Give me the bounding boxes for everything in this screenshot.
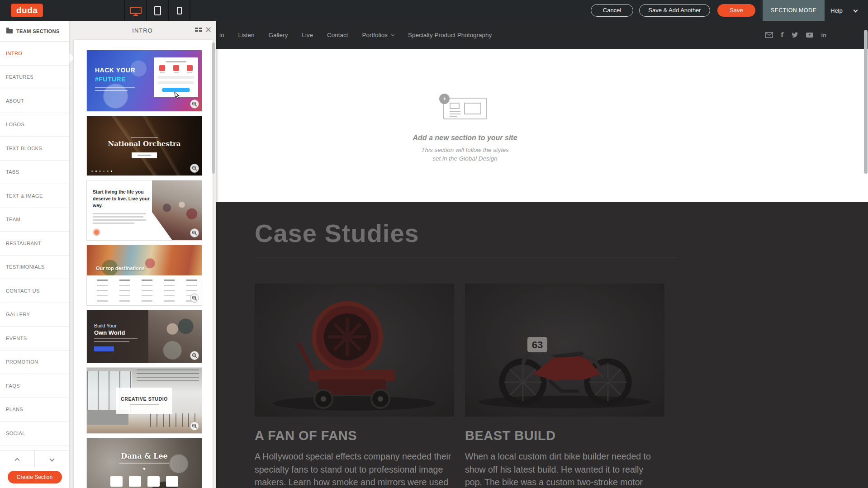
nav-item[interactable]: Contact [327,32,348,38]
zoom-preview-icon[interactable] [190,351,199,360]
zoom-preview-icon[interactable] [190,228,199,237]
sidebar-item-tabs[interactable]: TABS [0,161,69,185]
empty-section-area: + Add a new section to your site This se… [216,49,868,202]
zoom-preview-icon[interactable] [190,294,199,303]
thumb-title: National Orchestra [87,140,202,148]
layout-grid-icon[interactable] [195,27,202,33]
sidebar-item-team[interactable]: TEAM [0,208,69,232]
section-template-thumbnail[interactable]: HACK YOUR #FUTURE [86,50,202,112]
folder-icon [6,29,13,33]
section-template-thumbnail[interactable]: Our top destinations [86,245,202,306]
add-section-prompt[interactable]: + Add a new section to your site This se… [393,98,537,163]
chevron-down-icon [49,456,54,461]
sidebar-item-text-image[interactable]: TEXT & IMAGE [0,184,69,208]
mini-button [94,346,114,351]
nav-item[interactable]: Specialty Product Photography [408,32,492,38]
desktop-preview-button[interactable] [124,0,146,21]
case-study-card: 63 BEAST BUILD When a local custom dirt … [465,284,664,488]
heart-icon: ♥ [143,466,146,471]
section-template-thumbnail[interactable]: CREATIVE STUDIO [86,367,202,434]
linkedin-icon[interactable]: in [821,32,826,38]
thumb-title: Start living the life you deserve to liv… [93,189,152,209]
desktop-icon [130,7,142,14]
intro-templates-panel: INTRO ✕ HACK YOUR #FUTURE [69,21,216,488]
zoom-preview-icon[interactable] [190,422,199,431]
sections-sidebar: TEAM SECTIONS INTROFEATURESABOUTLOGOSTEX… [0,21,69,488]
sidebar-item-events[interactable]: EVENTS [0,327,69,351]
countdown-boxes [110,476,178,487]
sidebar-item-social[interactable]: SOCIAL [0,422,69,445]
page-scrollbar[interactable] [864,30,868,174]
section-mode-badge: SECTION MODE [763,0,825,21]
panel-scrollbar[interactable] [212,43,215,174]
sidebar-header: TEAM SECTIONS [0,21,69,42]
cursor-icon [173,92,180,102]
twitter-icon[interactable] [791,32,798,38]
dirt-bike-image: 63 [465,284,664,417]
card-text: When a local custom dirt bike builder ne… [465,450,663,488]
case-study-card: A FAN OF FANS A Hollywood special effect… [255,284,454,488]
nav-item[interactable]: Portfolios [362,32,394,38]
nav-item[interactable]: io [219,32,224,38]
thumb-title: HACK YOUR [95,66,135,74]
section-title: Case Studies [255,218,868,248]
save-button[interactable]: Save [717,4,755,17]
scroll-up-button[interactable] [0,450,35,467]
mobile-preview-button[interactable] [168,0,190,21]
add-section-subtitle: This section will follow the styles set … [393,146,537,163]
overlay-card: CREATIVE STUDIO [116,388,172,414]
sidebar-item-contact-us[interactable]: CONTACT US [0,279,69,303]
zoom-preview-icon[interactable] [190,164,199,173]
section-template-thumbnail[interactable]: Start living the life you deserve to liv… [86,180,202,241]
sidebar-item-text-blocks[interactable]: TEXT BLOCKS [0,137,69,161]
nav-item[interactable]: Gallery [269,32,288,38]
youtube-icon[interactable] [806,33,813,38]
card-title: A FAN OF FANS [255,428,454,443]
nav-item[interactable]: Live [302,32,313,38]
sidebar-item-intro[interactable]: INTRO [0,42,69,66]
create-section-button[interactable]: Create Section [8,471,62,483]
section-template-thumbnail[interactable]: National Orchestra [86,116,202,176]
sidebar-item-logos[interactable]: LOGOS [0,113,69,137]
facebook-icon[interactable]: f [781,31,783,39]
sidebar-items: INTROFEATURESABOUTLOGOSTEXT BLOCKSTABSTE… [0,42,69,445]
sidebar-bottom: Create Section [0,450,69,488]
divider [255,257,675,257]
topbar: duda Cancel Save & Add Another Save SECT… [0,0,868,21]
sidebar-item-features[interactable]: FEATURES [0,66,69,90]
mobile-icon [177,7,182,14]
thumb-title: Own World [94,329,125,336]
chevron-up-icon [14,458,19,463]
section-template-thumbnail[interactable]: Build Your Own World [86,310,202,363]
device-preview-switcher [124,0,190,21]
mini-button [93,228,100,236]
sidebar-item-about[interactable]: ABOUT [0,89,69,113]
chevron-down-icon[interactable] [854,8,858,13]
section-template-thumbnail[interactable]: Dana & Lee ♥ [86,438,202,488]
sidebar-item-testimonials[interactable]: TESTIMONIALS [0,256,69,280]
thumb-title: CREATIVE STUDIO [121,396,168,402]
duda-logo[interactable]: duda [11,4,43,17]
site-canvas: ioListenGalleryLiveContactPortfoliosSpec… [216,21,868,488]
sidebar-item-plans[interactable]: PLANS [0,398,69,422]
sidebar-item-restaurant[interactable]: RESTAURANT [0,232,69,256]
scroll-down-button[interactable] [35,450,69,467]
thumb-title: Dana & Lee [87,452,202,460]
nav-item[interactable]: Listen [238,32,255,38]
site-navbar: ioListenGalleryLiveContactPortfoliosSpec… [216,21,868,49]
save-add-another-button[interactable]: Save & Add Another [639,4,710,17]
help-menu[interactable]: Help [830,0,843,21]
sidebar-item-promotion[interactable]: PROMOTION [0,351,69,374]
add-section-title: Add a new section to your site [393,134,537,142]
cancel-button[interactable]: Cancel [591,4,633,17]
sidebar-item-gallery[interactable]: GALLERY [0,303,69,327]
add-plus-icon[interactable]: + [439,94,450,104]
tablet-preview-button[interactable] [146,0,168,21]
site-nav-items: ioListenGalleryLiveContactPortfoliosSpec… [219,21,492,49]
zoom-preview-icon[interactable] [190,99,199,109]
close-icon[interactable]: ✕ [205,24,212,35]
card-text: A Hollywood special effects company need… [255,450,452,488]
card-title: BEAST BUILD [465,428,664,443]
email-icon[interactable] [765,32,773,38]
sidebar-item-faqs[interactable]: FAQS [0,374,69,398]
